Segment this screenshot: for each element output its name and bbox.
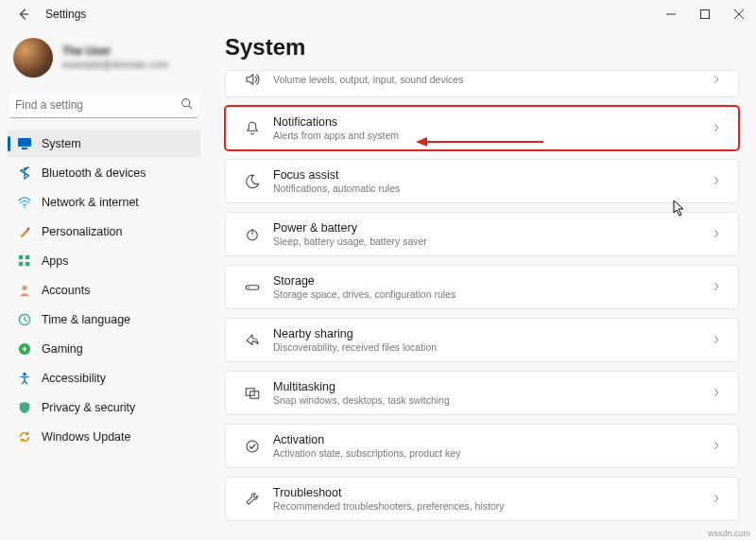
check-icon — [237, 438, 267, 455]
svg-rect-7 — [22, 148, 27, 149]
card-subtitle: Snap windows, desktops, task switching — [273, 394, 712, 406]
card-troubleshoot[interactable]: Troubleshoot Recommended troubleshooters… — [225, 477, 739, 521]
card-title: Storage — [273, 274, 712, 287]
card-power[interactable]: Power & battery Sleep, battery usage, ba… — [225, 212, 739, 256]
moon-icon — [237, 173, 267, 190]
arrow-left-icon — [17, 8, 30, 21]
multitasking-icon — [237, 385, 267, 402]
chevron-right-icon — [712, 439, 727, 453]
profile-block[interactable]: The User example@domain.com — [8, 32, 200, 87]
card-nearby-sharing[interactable]: Nearby sharing Discoverability, received… — [225, 318, 739, 362]
sound-icon — [237, 71, 267, 88]
svg-rect-6 — [18, 138, 31, 147]
card-title: Multitasking — [273, 380, 712, 393]
minimize-button[interactable] — [654, 0, 688, 28]
nav-label: Accounts — [42, 284, 90, 297]
svg-point-24 — [247, 441, 258, 452]
chevron-right-icon — [712, 386, 727, 400]
sidebar-item-bluetooth[interactable]: Bluetooth & devices — [8, 159, 200, 187]
card-title: Power & battery — [273, 221, 712, 235]
sidebar-item-time[interactable]: Time & language — [8, 305, 200, 334]
card-storage[interactable]: Storage Storage space, drives, configura… — [225, 265, 739, 309]
nav-label: Gaming — [42, 342, 83, 356]
sidebar-item-network[interactable]: Network & internet — [8, 188, 200, 217]
svg-rect-13 — [26, 262, 29, 266]
sidebar-item-accessibility[interactable]: Accessibility — [8, 364, 200, 392]
svg-point-17 — [23, 373, 26, 376]
card-title: Troubleshoot — [273, 486, 712, 499]
card-notifications[interactable]: Notifications Alerts from apps and syste… — [225, 106, 739, 150]
sidebar-item-system[interactable]: System — [8, 130, 200, 158]
card-title: Activation — [273, 433, 712, 446]
chevron-right-icon — [712, 174, 727, 188]
nav-label: Privacy & security — [42, 401, 135, 414]
sidebar-item-accounts[interactable]: Accounts — [8, 276, 200, 305]
sidebar-item-update[interactable]: Windows Update — [8, 423, 200, 451]
card-subtitle: Storage space, drives, configuration rul… — [273, 288, 712, 300]
accessibility-icon — [17, 371, 32, 386]
gaming-icon — [17, 341, 32, 357]
page-title: System — [225, 34, 739, 61]
share-icon — [237, 332, 267, 349]
nav-label: Accessibility — [42, 372, 106, 385]
card-subtitle: Discoverability, received files location — [273, 341, 712, 353]
personalization-icon — [17, 224, 32, 239]
profile-text: The User example@domain.com — [62, 44, 169, 71]
card-title: Notifications — [273, 115, 712, 129]
nav-label: Bluetooth & devices — [42, 166, 146, 180]
main-content: System Sound Volume levels, output, inpu… — [208, 28, 756, 540]
nav-list: System Bluetooth & devices Network & int… — [8, 130, 200, 451]
svg-rect-12 — [19, 262, 23, 266]
power-icon — [237, 226, 267, 243]
card-subtitle: Alerts from apps and system — [273, 130, 712, 141]
sidebar-item-gaming[interactable]: Gaming — [8, 335, 200, 363]
card-title: Nearby sharing — [273, 327, 712, 340]
nav-label: System — [42, 137, 81, 150]
chevron-right-icon — [712, 227, 727, 241]
svg-rect-10 — [19, 255, 23, 259]
bell-icon — [237, 120, 267, 137]
profile-name: The User — [62, 44, 169, 58]
card-title: Focus assist — [273, 168, 712, 182]
maximize-button[interactable] — [688, 0, 722, 28]
card-subtitle: Activation state, subscriptions, product… — [273, 447, 712, 459]
sidebar-item-personalization[interactable]: Personalization — [8, 218, 200, 246]
system-icon — [17, 136, 32, 151]
avatar — [13, 38, 53, 78]
update-icon — [17, 429, 32, 444]
chevron-right-icon — [712, 492, 727, 506]
card-subtitle: Sleep, battery usage, battery saver — [273, 235, 712, 247]
close-button[interactable] — [722, 0, 756, 28]
svg-point-14 — [22, 286, 26, 290]
sidebar: The User example@domain.com System Bluet… — [0, 28, 208, 540]
svg-point-21 — [249, 287, 250, 288]
sidebar-item-apps[interactable]: Apps — [8, 247, 200, 275]
card-sound[interactable]: Sound Volume levels, output, input, soun… — [225, 70, 739, 97]
shield-icon — [17, 400, 32, 415]
window-title: Settings — [45, 8, 86, 21]
card-focus-assist[interactable]: Focus assist Notifications, automatic ru… — [225, 159, 739, 203]
sidebar-item-privacy[interactable]: Privacy & security — [8, 393, 200, 422]
bluetooth-icon — [17, 165, 32, 181]
storage-icon — [237, 279, 267, 296]
maximize-icon — [700, 9, 710, 19]
card-subtitle: Recommended troubleshooters, preferences… — [273, 500, 712, 512]
search-icon — [180, 97, 193, 113]
card-subtitle: Volume levels, output, input, sound devi… — [273, 74, 712, 85]
search-input[interactable] — [15, 98, 180, 112]
svg-rect-11 — [26, 255, 29, 259]
search-box[interactable] — [9, 93, 198, 118]
wrench-icon — [237, 491, 267, 508]
card-activation[interactable]: Activation Activation state, subscriptio… — [225, 424, 739, 468]
svg-point-8 — [24, 206, 26, 208]
nav-label: Windows Update — [42, 430, 131, 444]
nav-label: Apps — [42, 254, 69, 268]
card-multitasking[interactable]: Multitasking Snap windows, desktops, tas… — [225, 371, 739, 415]
chevron-right-icon — [712, 73, 727, 87]
network-icon — [17, 195, 32, 210]
svg-rect-1 — [701, 10, 710, 19]
back-button[interactable] — [9, 0, 38, 28]
apps-icon — [17, 253, 32, 269]
chevron-right-icon — [712, 121, 727, 135]
close-icon — [734, 9, 744, 19]
